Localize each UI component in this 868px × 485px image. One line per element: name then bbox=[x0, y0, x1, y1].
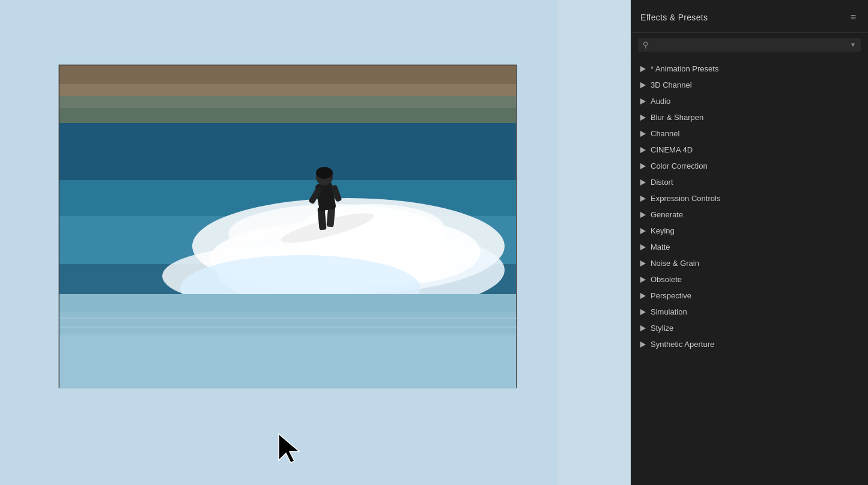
triangle-icon-audio bbox=[640, 98, 646, 104]
triangle-icon-color-correction bbox=[640, 163, 646, 169]
search-input-container: ⚲ ▼ bbox=[638, 38, 861, 52]
effect-label-channel: Channel bbox=[651, 129, 679, 138]
effect-label-noise-grain: Noise & Grain bbox=[651, 259, 699, 268]
effect-item-simulation[interactable]: Simulation bbox=[631, 304, 868, 320]
triangle-icon-perspective bbox=[640, 293, 646, 299]
search-dropdown-arrow[interactable]: ▼ bbox=[850, 41, 856, 48]
search-icon: ⚲ bbox=[643, 40, 649, 49]
canvas-area bbox=[0, 0, 557, 485]
effect-label-color-correction: Color Correction bbox=[651, 161, 708, 170]
cursor bbox=[278, 433, 303, 464]
triangle-icon-keying bbox=[640, 228, 646, 234]
triangle-icon-blur-sharpen bbox=[640, 115, 646, 121]
triangle-icon-obsolete bbox=[640, 277, 646, 283]
effect-item-keying[interactable]: Keying bbox=[631, 223, 868, 239]
effect-item-3d-channel[interactable]: 3D Channel bbox=[631, 77, 868, 93]
triangle-icon-matte bbox=[640, 244, 646, 250]
effect-item-synthetic-aperture[interactable]: Synthetic Aperture bbox=[631, 336, 868, 352]
triangle-icon-cinema-4d bbox=[640, 147, 646, 153]
effect-item-noise-grain[interactable]: Noise & Grain bbox=[631, 255, 868, 271]
svg-rect-21 bbox=[59, 336, 516, 388]
triangle-icon-generate bbox=[640, 212, 646, 218]
triangle-icon-3d-channel bbox=[640, 82, 646, 88]
svg-rect-6 bbox=[59, 108, 516, 123]
background-scene bbox=[0, 0, 557, 485]
effect-label-simulation: Simulation bbox=[651, 307, 687, 316]
effect-item-matte[interactable]: Matte bbox=[631, 239, 868, 255]
effect-label-stylize: Stylize bbox=[651, 324, 673, 333]
svg-marker-34 bbox=[279, 434, 299, 463]
effect-label-distort: Distort bbox=[651, 178, 673, 187]
effects-list: * Animation Presets3D ChannelAudioBlur &… bbox=[631, 58, 868, 485]
triangle-icon-stylize bbox=[640, 325, 646, 331]
effect-item-obsolete[interactable]: Obsolete bbox=[631, 271, 868, 288]
panel-title: Effects & Presets bbox=[640, 13, 708, 22]
search-bar: ⚲ ▼ bbox=[631, 33, 868, 58]
triangle-icon-animation-presets bbox=[640, 66, 646, 72]
panel-menu-icon[interactable]: ≡ bbox=[848, 11, 858, 24]
effect-item-cinema-4d[interactable]: CINEMA 4D bbox=[631, 142, 868, 158]
triangle-icon-synthetic-aperture bbox=[640, 342, 646, 348]
effect-item-channel[interactable]: Channel bbox=[631, 125, 868, 142]
triangle-icon-simulation bbox=[640, 309, 646, 315]
search-input[interactable] bbox=[652, 41, 846, 49]
effect-label-cinema-4d: CINEMA 4D bbox=[651, 145, 693, 154]
effect-label-synthetic-aperture: Synthetic Aperture bbox=[651, 340, 714, 349]
effect-label-3d-channel: 3D Channel bbox=[651, 80, 692, 89]
effect-item-generate[interactable]: Generate bbox=[631, 206, 868, 223]
effect-label-audio: Audio bbox=[651, 97, 670, 106]
effects-panel: Effects & Presets ≡ ⚲ ▼ * Animation Pres… bbox=[631, 0, 868, 485]
effect-item-audio[interactable]: Audio bbox=[631, 93, 868, 109]
effect-item-distort[interactable]: Distort bbox=[631, 174, 868, 190]
effect-label-perspective: Perspective bbox=[651, 291, 691, 300]
svg-point-33 bbox=[316, 167, 333, 179]
effect-item-color-correction[interactable]: Color Correction bbox=[631, 158, 868, 174]
effect-item-stylize[interactable]: Stylize bbox=[631, 320, 868, 336]
effect-label-blur-sharpen: Blur & Sharpen bbox=[651, 113, 703, 122]
triangle-icon-distort bbox=[640, 179, 646, 185]
effect-item-expression-controls[interactable]: Expression Controls bbox=[631, 190, 868, 206]
effect-label-obsolete: Obsolete bbox=[651, 275, 682, 284]
effect-label-expression-controls: Expression Controls bbox=[651, 194, 720, 203]
effect-label-matte: Matte bbox=[651, 242, 670, 252]
triangle-icon-noise-grain bbox=[640, 261, 646, 267]
effect-label-generate: Generate bbox=[651, 210, 683, 219]
panel-header: Effects & Presets ≡ bbox=[631, 0, 868, 33]
effect-item-blur-sharpen[interactable]: Blur & Sharpen bbox=[631, 109, 868, 125]
effect-label-animation-presets: * Animation Presets bbox=[651, 64, 718, 73]
effect-item-perspective[interactable]: Perspective bbox=[631, 288, 868, 304]
triangle-icon-expression-controls bbox=[640, 196, 646, 202]
effect-label-keying: Keying bbox=[651, 226, 675, 235]
triangle-icon-channel bbox=[640, 131, 646, 137]
effect-item-animation-presets[interactable]: * Animation Presets bbox=[631, 61, 868, 77]
